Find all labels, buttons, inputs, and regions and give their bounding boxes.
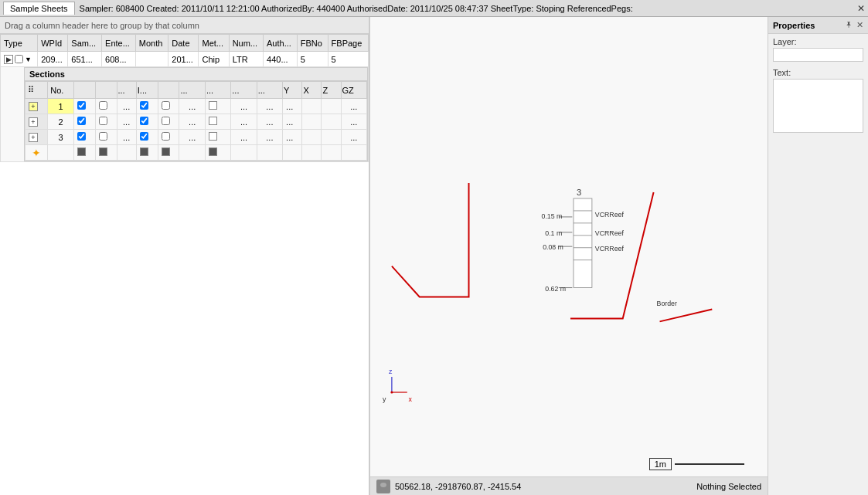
sec3-d1: ...: [179, 130, 205, 145]
properties-close-icon[interactable]: ✕: [856, 20, 863, 30]
sec-col-c1: [73, 82, 95, 99]
sec2-c2[interactable]: [95, 114, 117, 130]
col-header-ente[interactable]: Ente...: [102, 35, 136, 52]
new-row-d1: [117, 145, 136, 161]
sec1-dots: ...: [117, 99, 136, 114]
sec-col-drag: ⠿: [26, 82, 48, 99]
col-header-auth[interactable]: Auth...: [264, 35, 298, 52]
section-row-2: + 2 ...: [26, 114, 367, 130]
sec-col-i[interactable]: I...: [136, 82, 158, 99]
svg-rect-0: [574, 198, 592, 288]
row-ente: 608...: [102, 52, 136, 67]
sec3-x: [322, 130, 341, 145]
sec1-c4[interactable]: [158, 99, 179, 114]
coordinates-display: 50562.18, -2918760.87, -2415.54: [395, 482, 521, 491]
sec3-c3[interactable]: [136, 130, 158, 145]
properties-header: Properties 🖈 ✕: [768, 17, 868, 34]
row-wpid: 209...: [38, 52, 68, 67]
col-header-sam[interactable]: Sam...: [68, 35, 102, 52]
row-month: [135, 52, 168, 67]
sec2-y: [302, 114, 322, 130]
new-row-z: [322, 145, 341, 161]
sec1-d4: ...: [283, 99, 302, 114]
sec-col-c3: ...: [117, 82, 136, 99]
svg-text:VCRReef: VCRReef: [595, 211, 625, 219]
new-row-sq1: [205, 145, 230, 161]
new-row-c1: [48, 145, 74, 161]
props-text-label: Text:: [773, 68, 863, 77]
viewer-svg: 3 VCRReef VCRReef VCRReef 0.15 m 0.1 m 0…: [370, 17, 768, 495]
new-row-gz: [341, 145, 367, 161]
svg-text:y: y: [383, 395, 386, 403]
sec2-d3: ...: [257, 114, 282, 130]
sec2-c4[interactable]: [158, 114, 179, 130]
row-type-dropdown[interactable]: ▼: [25, 56, 32, 63]
new-row-c3: [95, 145, 117, 161]
sec2-c3[interactable]: [136, 114, 158, 130]
new-row-d4: [257, 145, 282, 161]
sec2-dots: ...: [117, 114, 136, 130]
sec1-no: 1: [48, 99, 74, 114]
row-fbno: 5: [297, 52, 328, 67]
col-header-fbpage[interactable]: FBPage: [328, 35, 368, 52]
sec-col-dots1: ...: [179, 82, 205, 99]
group-header: Drag a column header here to group by th…: [0, 17, 369, 34]
sec1-c2[interactable]: [95, 99, 117, 114]
sec2-sq1: [205, 114, 230, 130]
row-auth: 440...: [264, 52, 298, 67]
scale-label: 1m: [649, 458, 672, 470]
sec3-d2: ...: [231, 130, 257, 145]
new-row-x: [302, 145, 322, 161]
sec-col-c4: [158, 82, 179, 99]
sample-sheets-tab[interactable]: Sample Sheets: [3, 2, 75, 15]
sec2-c1[interactable]: [73, 114, 95, 130]
sec1-expand[interactable]: +: [26, 99, 48, 114]
sec3-c4[interactable]: [158, 130, 179, 145]
col-header-fbno[interactable]: FBNo: [297, 35, 328, 52]
coord-bar: 50562.18, -2918760.87, -2415.54 Nothing …: [370, 476, 768, 495]
col-header-wpid[interactable]: WPId: [38, 35, 68, 52]
title-bar-close[interactable]: ✕: [857, 3, 865, 14]
section-new-row[interactable]: ✦: [26, 145, 367, 161]
title-bar: Sample Sheets Sampler: 608400 Created: 2…: [0, 0, 868, 17]
sections-table: ⠿ No. ... I... ...: [25, 81, 367, 161]
row-select-check[interactable]: [15, 55, 23, 63]
col-header-met[interactable]: Met...: [199, 35, 229, 52]
sec3-c2[interactable]: [95, 130, 117, 145]
properties-pin-icon[interactable]: 🖈: [845, 20, 853, 30]
sec2-expand[interactable]: +: [26, 114, 48, 130]
col-header-date[interactable]: Date: [168, 35, 199, 52]
sec1-c1[interactable]: [73, 99, 95, 114]
sec-col-y[interactable]: Y: [283, 82, 302, 99]
sec-col-dots4: ...: [257, 82, 282, 99]
sec-col-no[interactable]: No.: [48, 82, 74, 99]
sec2-d1: ...: [179, 114, 205, 130]
title-bar-info: Sampler: 608400 Created: 2011/10/11 12:2…: [80, 4, 633, 13]
sec1-d2: ...: [231, 99, 257, 114]
sec1-c3[interactable]: [136, 99, 158, 114]
scale-line: [675, 463, 744, 465]
sec-col-gz[interactable]: GZ: [341, 82, 367, 99]
sec3-expand[interactable]: +: [26, 130, 48, 145]
props-text-textarea[interactable]: [773, 79, 863, 133]
col-header-type[interactable]: Type: [1, 35, 38, 52]
sec1-y: [302, 99, 322, 114]
col-header-num[interactable]: Num...: [229, 35, 263, 52]
row-fbpage: 5: [328, 52, 368, 67]
sections-container-row: Sections ⠿ No.: [1, 67, 369, 162]
row-expand[interactable]: ▶: [4, 55, 13, 64]
props-layer-input[interactable]: [773, 48, 863, 62]
svg-text:z: z: [389, 368, 393, 375]
new-row-c2: [73, 145, 95, 161]
grid-container[interactable]: Type WPId Sam... Ente... Month Date Met.…: [0, 34, 369, 495]
sec-col-z[interactable]: Z: [322, 82, 341, 99]
new-row-c5: [158, 145, 179, 161]
new-row-d2: [179, 145, 205, 161]
sec3-gz: ...: [341, 130, 367, 145]
viewer-area[interactable]: 3 VCRReef VCRReef VCRReef 0.15 m 0.1 m 0…: [369, 17, 768, 495]
sec1-sq1: [205, 99, 230, 114]
sec3-c1[interactable]: [73, 130, 95, 145]
col-header-month[interactable]: Month: [135, 35, 168, 52]
sec-col-x[interactable]: X: [302, 82, 322, 99]
new-row-c4: [136, 145, 158, 161]
